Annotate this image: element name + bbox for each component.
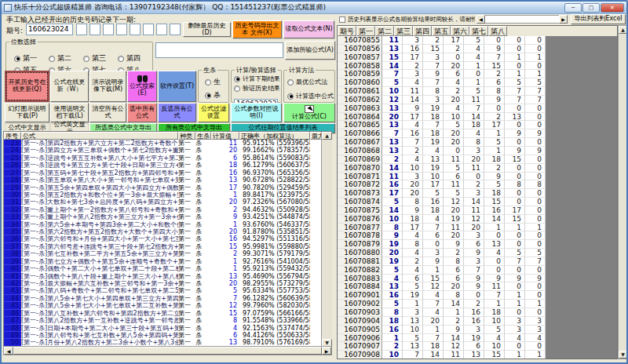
history-row[interactable]: 16070881 19 2 9 8 3 0 7 7 xyxy=(338,257,546,266)
formula-row[interactable]: 38 [第一-杀]第七互补数+第二平方+第五5余+第三立方+第七2指 第一 杀 … xyxy=(4,250,321,257)
formula-row[interactable]: 47 [第一-杀]第八2指数方+第一互补数+逆跳号+第一邻号差+第八 第一 杀 … xyxy=(4,317,321,324)
history-row[interactable]: 16070905 16 10 1 9 3 5 3 3 xyxy=(338,326,546,334)
history-row[interactable]: 16070858 14 2 7 20 1 15 0 0 xyxy=(338,62,546,71)
number-input-6[interactable] xyxy=(143,24,154,35)
scroll-left-icon[interactable]: ◀ xyxy=(4,347,13,355)
formula-row[interactable]: 34 [第一-杀]第六5余+本期号+第四3余+第二大小+和数个位+第四 第一 杀… xyxy=(4,221,321,228)
update-history-button[interactable]: 开奖历史号在线更新(Q) xyxy=(5,71,49,102)
add-formula-button[interactable]: 添加所输公式(A) xyxy=(285,41,335,60)
col-rate[interactable]: 正确率（加权算法） xyxy=(239,132,310,140)
formula-row[interactable]: 37 [第一-杀]第六邻号差+连跳号+第三十段+第七2指数方+偶数和 第一 杀 … xyxy=(4,243,321,250)
col-value[interactable]: 计算值 xyxy=(211,132,239,140)
close-button[interactable]: ✕ xyxy=(601,3,624,13)
formula-row[interactable]: 30 [第一-杀]第五2指数方+和数个位+第一3余+最大振幅+第四5余 第一 杀… xyxy=(4,191,321,198)
scroll-right-icon[interactable]: ▶ xyxy=(559,15,568,24)
history-row[interactable]: 16070867 13 7 19 20 8 5 0 0 xyxy=(338,138,546,147)
select-all-button[interactable]: 选中所有公式 xyxy=(127,103,157,122)
number-input-5[interactable] xyxy=(130,24,141,35)
number-input-8[interactable] xyxy=(170,24,181,35)
update-formula-button[interactable]: 公式在线更新（W） xyxy=(50,71,89,102)
history-row[interactable]: 16070871 11 3 10 6 0 9 0 0 xyxy=(338,173,546,181)
mini-scroll-track[interactable] xyxy=(485,15,559,24)
digit-radio[interactable]: 第四 xyxy=(118,53,152,64)
scroll-down-icon[interactable]: ▼ xyxy=(619,351,627,359)
history-col-header[interactable]: 第二 xyxy=(375,26,394,36)
formula-row[interactable]: 29 [第一-杀]第五5余+第四单双+第四大小+第四立方+偶数个+第 第一 杀 … xyxy=(4,184,321,191)
history-row[interactable]: 16070906 1 5 7 14 19 4 4 4 xyxy=(338,334,546,343)
read-formula-text-button[interactable]: 读取公式文本(N) xyxy=(283,20,334,38)
sheng-sha-radio[interactable]: 生 xyxy=(205,77,228,87)
history-row[interactable]: 16070866 7 16 18 20 4 1 9 9 xyxy=(338,129,546,138)
history-row[interactable]: 16070874 5 8 16 12 14 15 0 0 xyxy=(338,198,546,206)
col-formula[interactable]: 公式 xyxy=(21,132,178,140)
filter-settings-button[interactable]: 公式过滤设置 xyxy=(198,103,229,122)
formula-row[interactable]: 36 [第一-杀]第六邻号和+月份+第四大小+第一大小+第七互补数 第一 杀 1… xyxy=(4,235,321,242)
formula-row[interactable]: 48 [第一-杀]日期+本期号+第二大小+第三十段+第五码+第六十段 第一 杀 … xyxy=(4,325,321,332)
history-row[interactable]: 16070868 13 2 4 0 3 1 9 9 xyxy=(338,147,546,155)
history-col-header[interactable]: 第四 xyxy=(413,26,432,36)
calc-select-radio[interactable]: 验证历史结果 xyxy=(234,84,281,93)
formula-table-hscrollbar[interactable]: ◀ ▶ xyxy=(3,346,332,355)
history-row[interactable]: 16070902 5 1 7 14 2 1 1 1 xyxy=(338,300,546,308)
manual-download-button[interactable]: 使用说明文档下载(L) xyxy=(50,103,89,122)
formula-row[interactable]: 43 [第一-杀]第八码+奇数个+第二邻号和+第七单双+第二5余+第 第一 杀 … xyxy=(4,287,321,294)
scroll-left-icon[interactable]: ◀ xyxy=(476,15,485,24)
history-row[interactable]: 16070904 18 13 20 2 16 10 3 3 xyxy=(338,317,546,326)
col-type[interactable]: 种类 xyxy=(178,132,195,140)
history-col-header[interactable]: 第八 xyxy=(488,26,507,36)
history-col-header[interactable]: 期号 xyxy=(338,26,356,36)
calc-select-radio[interactable]: 计算下期结果 xyxy=(234,75,281,83)
clear-formulas-button[interactable]: 清空所有公式 xyxy=(89,103,126,122)
history-row[interactable]: 16070873 17 20 5 5 3 18 0 0 xyxy=(338,189,546,198)
formula-search-button[interactable]: 公式搜索(E) xyxy=(127,71,157,102)
issue-input[interactable]: 160623024 xyxy=(26,24,73,35)
minimize-button[interactable]: ─ xyxy=(564,3,582,13)
number-input-7[interactable] xyxy=(156,24,167,35)
col-ss[interactable]: 生杀 xyxy=(195,132,211,140)
formula-row[interactable]: 27 [第一-杀]第五码+第七十段+第五2指数方+第四邻号和+第六邻 第一 杀 … xyxy=(4,169,321,177)
history-col-header[interactable]: 第三 xyxy=(394,26,413,36)
history-row[interactable]: 16070882 5 4 1 6 7 0 0 0 xyxy=(338,266,546,275)
history-row[interactable]: 16070877 8 17 7 11 20 1 1 1 xyxy=(338,224,546,232)
col-max[interactable]: 最大 xyxy=(310,132,321,140)
slide-guide-button[interactable]: 幻灯图示说明下载(P) xyxy=(5,103,49,122)
formula-row[interactable]: 31 [第一-杀]大数和+第七3余+总跨度+第八码+第四立方+第四互 第一 杀 … xyxy=(4,198,321,206)
history-col-header[interactable]: 第六 xyxy=(451,26,469,36)
title-bar[interactable]: 快乐十分公式超级精算师 咨询电话：13907192348(付家辉） QQ：151… xyxy=(2,2,626,14)
formula-row[interactable]: 45 [第一-杀]第八5余+第七大小+第七单双+第二互补数+第一邻号 第一 杀 … xyxy=(4,302,321,309)
history-row[interactable]: 16070880 20 4 3 2 9 4 5 5 xyxy=(338,249,546,257)
history-row[interactable]: 16070907 2 13 18 12 6 10 0 0 xyxy=(338,342,546,351)
history-row[interactable]: 16070864 20 17 18 10 14 2 13 0 xyxy=(338,113,546,122)
history-row[interactable]: 16070878 9 4 6 20 3 0 0 0 xyxy=(338,231,546,240)
formula-row[interactable]: 25 [第一-杀]逆跳号+第五互补数+第八大小+第七平方+第二指数 第一 杀 6… xyxy=(4,155,321,162)
formula-row[interactable]: 33 [第一-杀]重上期个+第八2指数方+第三立方+第一3余+偶数个 第一 杀 … xyxy=(4,213,321,220)
invert-select-button[interactable]: 反选所有公式 xyxy=(158,103,196,122)
scroll-up-icon[interactable]: ▲ xyxy=(322,132,332,140)
param-reference-button[interactable]: 公式参数对照说明(I) xyxy=(231,103,282,122)
history-row[interactable]: 16070901 16 19 4 8 0 7 1 0 xyxy=(338,291,546,300)
col-no[interactable]: 序号 xyxy=(4,132,21,140)
history-row[interactable]: 16070863 13 9 19 4 7 0 0 0 xyxy=(338,104,546,113)
formula-input[interactable] xyxy=(155,42,283,58)
history-row[interactable]: 16070872 16 20 17 11 2 5 8 8 xyxy=(338,180,546,189)
formula-row[interactable]: 28 [第一-杀]第五单双+第八大小+第一邻号和+第七单双+第六3余 第一 杀 … xyxy=(4,177,321,184)
history-row[interactable]: 16070869 2 4 13 11 20 18 15 0 xyxy=(338,155,546,164)
history-row[interactable]: 16070875 14 9 18 20 11 16 17 0 xyxy=(338,206,546,215)
export-history-text-button[interactable]: 历史号码导出文本 文件(X) xyxy=(232,20,282,38)
history-row[interactable]: 16070884 13 5 12 20 9 11 0 0 xyxy=(338,282,546,291)
formula-row[interactable]: 35 [第一-杀]第六2指数方+第五2指数方+大数个+第四大小+第八 第一 杀 … xyxy=(4,228,321,235)
formula-row[interactable]: 39 [第一-杀]第七立方+偶数个+第五5余+连顺号+奇数个+第一单 第一 杀 … xyxy=(4,258,321,265)
formula-row[interactable]: 41 [第一-杀]偶数个+第八十段+重上期个+第三大小+第八单双+第 第一 杀 … xyxy=(4,273,321,280)
formula-row[interactable]: 26 [第一-杀]逆跳号+第五立方+第七十段+日期+第三立方+第四8 第一 杀 … xyxy=(4,162,321,169)
history-col-header[interactable]: 第七 xyxy=(469,26,488,36)
formula-row[interactable]: 42 [第一-杀]最大振幅+第六互补数+第三邻号和+第一3余+第三单 第一 杀 … xyxy=(4,280,321,287)
formula-row[interactable]: 46 [第一-杀]第八互补数+第六邻号和+第四2指数方+第二立方+第 第一 杀 … xyxy=(4,310,321,317)
scroll-up-icon[interactable]: ▲ xyxy=(619,26,627,34)
history-list-checkbox[interactable] xyxy=(339,16,345,23)
number-input-4[interactable] xyxy=(116,24,127,35)
export-excel-button[interactable]: 导出列表到Excel xyxy=(571,14,626,24)
history-row[interactable]: 16070883 4 6 15 6 9 9 9 9 xyxy=(338,275,546,283)
history-table-vscrollbar[interactable]: ▲ ▼ xyxy=(618,25,628,359)
digit-radio[interactable]: 第一 xyxy=(14,53,49,64)
digit-radio[interactable]: 第二 xyxy=(49,53,83,64)
